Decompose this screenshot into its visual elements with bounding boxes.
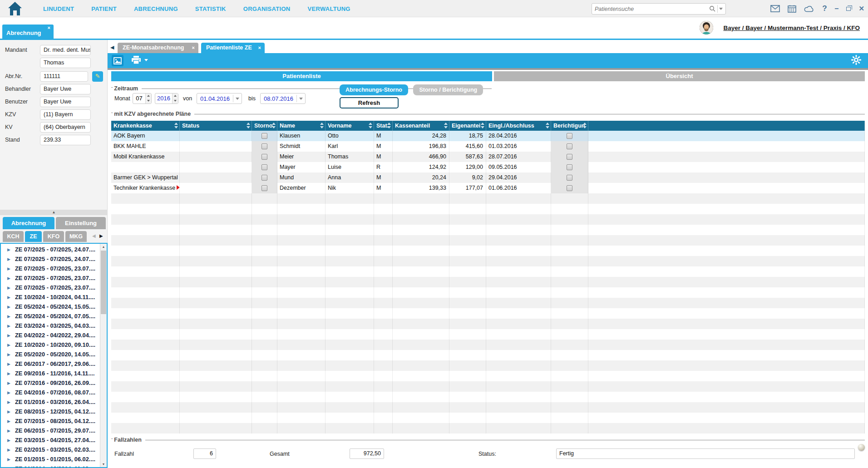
tree-item[interactable]: ▶ZE 02/2015 - 03/2015, 02.03.... [1, 445, 100, 454]
table-row[interactable]: Barmer GEK > WuppertalMundAnnaM20,249,02… [111, 172, 865, 183]
view-bar-uebersicht[interactable]: Übersicht [494, 71, 865, 81]
app-tab-close-icon[interactable]: × [48, 25, 50, 30]
column-header-eigenantei[interactable]: Eigenantei [449, 121, 486, 131]
table-row[interactable]: BKK MAHLESchmidtKarlM196,83415,6001.03.2… [111, 141, 865, 152]
storno-checkbox[interactable] [261, 175, 267, 181]
tree-item[interactable]: ▶ZE 07/2015 - 08/2015, 04.12.... [1, 416, 100, 426]
menu-item-statistik[interactable]: STATISTIK [195, 5, 226, 12]
storno-checkbox[interactable] [261, 154, 267, 160]
print-dropdown-icon[interactable] [144, 59, 148, 61]
home-icon[interactable] [7, 1, 23, 16]
expand-icon[interactable]: ▶ [7, 295, 10, 300]
tree-item[interactable]: ▶ZE 07/2025 - 07/2025, 23.07.... [1, 264, 100, 273]
jahr-spinner[interactable]: 2016 [155, 93, 178, 104]
tree-item[interactable]: ▶ZE 07/2025 - 07/2025, 23.07.... [1, 283, 100, 292]
gesamt-field[interactable]: 972,50 [350, 448, 384, 459]
doc-tab-ze-monatsabrechnung[interactable]: ZE-Monatsabrechnung × [118, 43, 198, 53]
expand-icon[interactable]: ▶ [7, 314, 10, 319]
menu-item-patient[interactable]: PATIENT [91, 5, 117, 12]
sort-icon[interactable] [174, 123, 178, 128]
storno-checkbox[interactable] [261, 143, 267, 149]
search-input[interactable] [592, 6, 709, 12]
app-tab-abrechnung[interactable]: Abrechnung × [2, 25, 54, 39]
sort-icon[interactable] [387, 123, 391, 128]
search-dropdown-icon[interactable] [719, 8, 723, 10]
table-row[interactable]: Mobil KrankenkasseMeierThomasM466,90587,… [111, 152, 865, 162]
expand-icon[interactable]: ▶ [7, 429, 10, 433]
sort-icon[interactable] [481, 123, 484, 128]
tree-item[interactable]: ▶ZE 05/2024 - 05/2024, 15.05.... [1, 302, 100, 311]
status-sphere-icon[interactable] [858, 444, 865, 451]
view-bar-patientenliste[interactable]: Patientenliste [111, 71, 492, 81]
menu-item-linudent[interactable]: LINUDENT [43, 5, 74, 12]
table-row[interactable]: Techniker KrankenkasseDezemberNikM139,33… [111, 183, 865, 193]
tree-item[interactable]: ▶ZE 06/2015 - 07/2015, 29.07.... [1, 426, 100, 435]
kzv-field[interactable]: (11) Bayern [40, 109, 91, 120]
current-user-link[interactable]: Bayer / Bayer / Mustermann-Test / Praxis… [723, 25, 860, 31]
menu-item-abrechnung[interactable]: ABRECHNUNG [134, 5, 178, 12]
cloud-icon[interactable] [804, 5, 814, 12]
menu-item-organisation[interactable]: ORGANISATION [243, 5, 291, 12]
fallzahl-field[interactable]: 6 [193, 448, 216, 459]
expand-icon[interactable]: ▶ [7, 457, 10, 462]
collapse-toggle[interactable]: - [111, 84, 113, 89]
monat-spinner[interactable]: 07 [133, 93, 152, 104]
tree-item[interactable]: ▶ZE 10/2024 - 10/2024, 04.11.... [1, 292, 100, 302]
tree-item[interactable]: ▶ZE 01/2015 - 01/2015, 06.02.... [1, 454, 100, 464]
storno-checkbox[interactable] [261, 133, 267, 139]
collapse-toggle[interactable]: - [111, 110, 113, 115]
dropdown-icon[interactable] [233, 98, 242, 100]
expand-icon[interactable]: ▶ [7, 266, 10, 271]
spin-up-icon[interactable] [173, 94, 178, 99]
spin-up-icon[interactable] [146, 94, 151, 99]
column-header-storno[interactable]: Storno [252, 121, 277, 131]
sort-icon[interactable] [583, 123, 587, 128]
sort-icon[interactable] [272, 123, 276, 128]
expand-icon[interactable]: ▶ [7, 247, 10, 252]
search-icon[interactable] [709, 5, 716, 12]
expand-icon[interactable]: ▶ [7, 371, 10, 376]
table-row[interactable]: AOK BayernKlausenOttoM24,2818,7528.04.20… [111, 131, 865, 141]
table-row[interactable]: MayerLuiseR124,92129,0009.05.2016 [111, 162, 865, 172]
expand-icon[interactable]: ▶ [7, 343, 10, 347]
tree-item[interactable]: ▶ZE 08/2015 - 12/2015, 04.12.... [1, 407, 100, 416]
berichtigung-checkbox[interactable] [567, 143, 572, 149]
avatar[interactable] [700, 21, 713, 34]
expand-icon[interactable]: ▶ [7, 438, 10, 443]
monat-value[interactable]: 07 [133, 94, 145, 103]
expand-icon[interactable]: ▶ [7, 352, 10, 357]
expand-icon[interactable]: ▶ [7, 467, 10, 468]
tree-item[interactable]: ▶ZE 10/2020 - 10/2020, 09.10.... [1, 340, 100, 350]
abrechnungs-storno-button[interactable]: Abrechnungs-Storno [340, 84, 408, 95]
mandant-field-1[interactable]: Dr. med. dent. Musterma [40, 45, 91, 55]
bis-date-combo[interactable]: 08.07.2016 [260, 93, 306, 104]
tab-abrechnung[interactable]: Abrechnung [3, 217, 54, 229]
subtab-mkg[interactable]: MKG [65, 231, 87, 242]
tree-item[interactable]: ▶ZE 07/2025 - 07/2025, 24.07.... [1, 245, 100, 254]
expand-icon[interactable]: ▶ [7, 324, 10, 328]
expand-icon[interactable]: ▶ [7, 400, 10, 404]
tree-item[interactable]: ▶ZE 05/2020 - 05/2020, 14.05.... [1, 350, 100, 359]
spin-down-icon[interactable] [173, 99, 178, 103]
berichtigung-checkbox[interactable] [567, 185, 572, 191]
tree-scrollbar[interactable]: ▲ ▼ [100, 244, 107, 467]
scroll-up-icon[interactable]: ▲ [100, 244, 107, 250]
spin-down-icon[interactable] [146, 99, 151, 103]
storno-berichtigung-button[interactable]: Storno / Berichtigung [413, 84, 483, 95]
subtab-scroll-left-icon[interactable]: ◀ [92, 233, 96, 238]
tree-item[interactable]: ▶ZE 03/2024 - 03/2025, 04.03.... [1, 321, 100, 330]
scroll-down-icon[interactable]: ▼ [100, 461, 107, 467]
berichtigung-checkbox[interactable] [567, 154, 572, 160]
tree-item[interactable]: ▶ZE 05/2024 - 05/2024, 07.05.... [1, 311, 100, 321]
behandler-field[interactable]: Bayer Uwe [40, 84, 91, 94]
expand-icon[interactable]: ▶ [7, 286, 10, 290]
subtab-scroll-right-icon[interactable]: ▶ [99, 233, 103, 238]
restore-icon[interactable] [846, 7, 851, 11]
menu-item-verwaltung[interactable]: VERWALTUNG [308, 5, 350, 12]
sort-icon[interactable] [444, 123, 448, 128]
kv-field[interactable]: (64) Oberbayern [40, 122, 91, 133]
expand-icon[interactable]: ▶ [7, 333, 10, 338]
tree-item[interactable]: ▶ZE 07/2025 - 07/2025, 23.07.... [1, 273, 100, 283]
benutzer-field[interactable]: Bayer Uwe [40, 97, 91, 107]
doc-tab-patientenliste-ze[interactable]: Patientenliste ZE × [201, 43, 265, 53]
